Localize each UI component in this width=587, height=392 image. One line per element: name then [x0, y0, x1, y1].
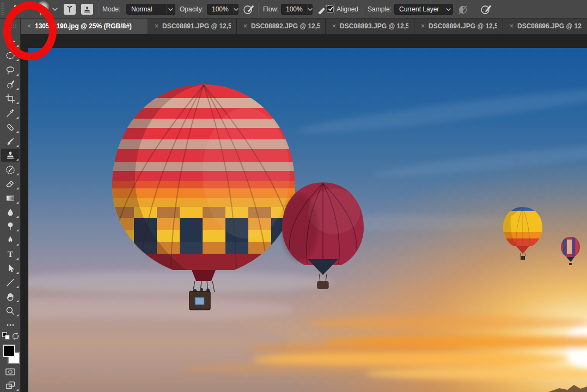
toggle-brush-settings-panel-button[interactable] — [64, 4, 76, 15]
separator — [258, 3, 259, 16]
default-background-swatch — [5, 335, 10, 340]
close-icon[interactable]: × — [155, 22, 158, 30]
separator — [334, 3, 335, 16]
chevron-down-icon — [52, 7, 58, 11]
crop-icon — [5, 94, 15, 103]
tool-eraser[interactable] — [1, 177, 20, 191]
dodge-icon — [5, 221, 15, 231]
separator — [363, 3, 363, 16]
spot-healing-icon — [5, 122, 15, 132]
opacity-label: Opacity: — [180, 5, 204, 13]
edit-toolbar-button[interactable] — [1, 318, 20, 332]
tool-crop[interactable] — [1, 92, 20, 105]
tool-blur[interactable] — [1, 206, 20, 219]
close-icon[interactable]: × — [421, 22, 425, 30]
balloon-photo — [28, 48, 587, 392]
eraser-icon — [5, 179, 15, 189]
mode-select[interactable]: Normal — [126, 4, 175, 15]
opacity-select[interactable]: 100% — [207, 4, 239, 15]
tools-panel: T — [0, 19, 21, 392]
tool-eyedropper[interactable] — [1, 107, 20, 120]
hand-icon — [5, 292, 15, 302]
ignore-adjustment-layers-icon[interactable] — [457, 4, 468, 15]
tool-type[interactable]: T — [1, 248, 20, 261]
selection-arrow-icon — [5, 264, 15, 273]
type-icon: T — [5, 249, 15, 259]
chevron-down-icon — [233, 4, 239, 14]
mode-label: Mode: — [102, 5, 120, 13]
document-tab-bar: × 130501190.jpg @ 25% (RGB/8#) × DSC0889… — [21, 19, 587, 34]
brush-settings-icon — [65, 5, 74, 13]
opacity-value: 100% — [207, 5, 233, 13]
close-icon[interactable]: × — [510, 22, 513, 30]
aligned-checkbox[interactable] — [327, 5, 334, 13]
tab-document-4[interactable]: × DSC08893.JPG @ 12,5… — [326, 19, 414, 34]
mode-value: Normal — [127, 5, 166, 13]
foreground-color-swatch[interactable] — [3, 345, 15, 357]
screen-mode-button[interactable] — [1, 379, 20, 392]
canvas-pasteboard[interactable] — [21, 34, 587, 392]
swap-colors-icon[interactable] — [11, 332, 20, 340]
separator — [98, 3, 99, 16]
ellipsis-icon — [5, 320, 15, 330]
flow-label: Flow: — [263, 5, 279, 13]
pressure-opacity-icon[interactable] — [243, 3, 255, 15]
eyedropper-icon — [5, 108, 15, 118]
chevron-down-icon — [307, 4, 313, 14]
clone-source-icon — [83, 5, 91, 14]
brush-icon — [5, 137, 15, 146]
check-icon — [328, 7, 333, 11]
quick-mask-icon — [5, 367, 16, 377]
sample-label: Sample: — [368, 5, 392, 13]
tab-title: DSC08896.JPG @ 12,5… — [517, 22, 582, 30]
tool-spot-healing-brush[interactable] — [1, 121, 20, 134]
chevron-down-icon — [166, 4, 175, 14]
gradient-icon — [5, 193, 15, 203]
document-canvas-photo[interactable] — [28, 48, 587, 392]
magnifier-icon — [5, 306, 15, 316]
chevron-down-icon — [444, 4, 453, 14]
lasso-icon — [5, 65, 15, 75]
tool-path-selection[interactable] — [1, 262, 20, 275]
tab-document-3[interactable]: × DSC08892.JPG @ 12,5… — [237, 19, 326, 34]
clone-stamp-icon — [5, 150, 15, 160]
tool-zoom[interactable] — [1, 304, 20, 317]
tab-document-6[interactable]: × DSC08896.JPG @ 12,5… — [503, 19, 587, 34]
tool-line[interactable] — [1, 276, 20, 289]
close-icon[interactable]: × — [243, 22, 247, 30]
quick-selection-icon — [5, 79, 15, 89]
line-icon — [5, 278, 15, 287]
aligned-label: Aligned — [337, 5, 358, 13]
tool-history-brush[interactable] — [1, 163, 20, 176]
tool-pen[interactable] — [1, 234, 20, 247]
tool-gradient[interactable] — [1, 192, 20, 205]
pressure-size-icon[interactable] — [480, 3, 492, 15]
sample-select[interactable]: Current Layer — [394, 4, 453, 15]
flow-select[interactable]: 100% — [281, 4, 313, 15]
default-colors-button[interactable] — [2, 332, 10, 340]
tool-dodge[interactable] — [1, 219, 20, 232]
tab-document-2[interactable]: × DSC08891.JPG @ 12,5… — [148, 19, 237, 34]
quick-mask-button[interactable] — [1, 365, 20, 378]
history-brush-icon — [5, 165, 15, 175]
tool-quick-selection[interactable] — [1, 78, 20, 91]
tab-title: DSC08893.JPG @ 12,5… — [340, 22, 408, 30]
tab-document-5[interactable]: × DSC08894.JPG @ 12,5… — [414, 19, 503, 34]
tool-hand[interactable] — [1, 290, 20, 303]
sample-value: Current Layer — [395, 5, 444, 13]
pen-icon — [5, 235, 15, 245]
tool-brush[interactable] — [1, 135, 20, 148]
blur-drop-icon — [5, 207, 15, 217]
options-bar: 13 Mode: Normal Opacity: 100% — [0, 0, 587, 19]
tool-clone-stamp[interactable] — [1, 149, 20, 162]
close-icon[interactable]: × — [332, 22, 336, 30]
red-annotation-circle — [3, 2, 57, 60]
tab-title: DSC08892.JPG @ 12,5… — [251, 22, 320, 30]
options-bar-grip[interactable] — [1, 3, 4, 15]
flow-value: 100% — [282, 5, 307, 13]
toggle-clone-source-panel-button[interactable] — [81, 4, 93, 15]
tool-lasso[interactable] — [1, 64, 20, 77]
separator — [474, 3, 474, 16]
screen-mode-icon — [5, 381, 16, 390]
tab-title: DSC08894.JPG @ 12,5… — [429, 22, 497, 30]
